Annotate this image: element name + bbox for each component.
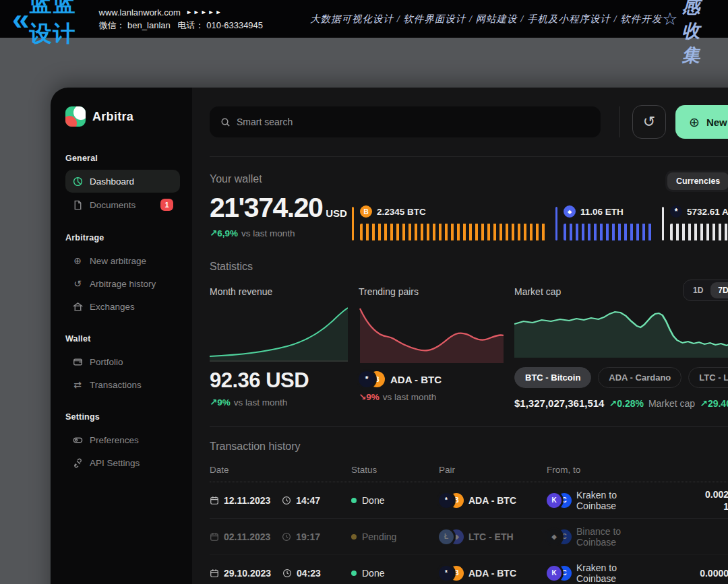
table-row[interactable]: 29.10.2023 04:23 Done * B ADA - BTC K C bbox=[210, 555, 728, 584]
toggle-icon bbox=[72, 434, 83, 445]
wallet-icon bbox=[72, 356, 83, 367]
ada-icon: * bbox=[439, 566, 454, 581]
sidebar-item-documents[interactable]: Documents 1 bbox=[65, 193, 180, 217]
range-7d[interactable]: 7D bbox=[710, 282, 728, 298]
wallet-tabs: Currencies Exchanges bbox=[665, 170, 728, 192]
pill-ltc-litecoin[interactable]: LTC - Litecoin bbox=[688, 367, 728, 388]
search-icon bbox=[220, 117, 231, 127]
phone-label: 电话： 010-63334945 bbox=[178, 20, 263, 30]
nav-section-arbitrage: Arbitrage bbox=[65, 233, 180, 242]
sidebar-item-api-settings[interactable]: API Settings bbox=[65, 451, 180, 474]
calendar-icon bbox=[210, 569, 219, 578]
pie-chart-icon bbox=[72, 176, 83, 187]
status-badge: Pending bbox=[362, 531, 396, 542]
market-cap-card: Market cap 1D 7D 1M BTC - Bitcoin bbox=[514, 286, 728, 409]
arbitra-logo-icon bbox=[65, 106, 86, 127]
amount-cell: 0.002 1 bbox=[655, 488, 728, 513]
plus-circle-icon: ⊕ bbox=[72, 255, 83, 266]
sidebar-item-preferences[interactable]: Preferences bbox=[65, 428, 180, 451]
sidebar-item-transactions[interactable]: ⇄ Transactions bbox=[65, 373, 180, 396]
plus-circle-icon: ⊕ bbox=[689, 115, 700, 130]
holdings-strip: B 2.2345 BTC ◆ 11.06 ETH * 5732.61 ADA bbox=[352, 192, 728, 240]
documents-badge: 1 bbox=[160, 199, 173, 211]
wallet-balance: 21'374.20USD bbox=[210, 192, 352, 224]
sidebar-item-new-arbitrage[interactable]: ⊕ New arbitrage bbox=[65, 249, 180, 272]
topbar: ↺ ⊕ New arbitrage bbox=[210, 105, 728, 139]
sidebar-item-arbitrage-history[interactable]: ↺ Arbitrage history bbox=[65, 272, 180, 295]
ada-bars bbox=[670, 224, 728, 240]
nav-section-settings: Settings bbox=[65, 412, 180, 422]
wallet-change: ↗6,9% vs last month bbox=[210, 228, 352, 238]
topbar-divider bbox=[619, 106, 620, 137]
app-name: Arbitra bbox=[92, 110, 133, 124]
col-fromto: From, to bbox=[547, 465, 655, 475]
eth-icon: ◆ bbox=[564, 205, 576, 218]
sidebar: Arbitra General Dashboard Documents 1 Ar… bbox=[51, 88, 192, 584]
market-cap-value: $1,327,027,361,514 bbox=[514, 397, 604, 409]
promo-banner: « 蓝蓝设计 www.lanlanwork.com ►►►►► 微信： ben_… bbox=[0, 0, 728, 38]
website-link[interactable]: www.lanlanwork.com bbox=[99, 6, 181, 19]
inspiration-collect[interactable]: ☆ 灵感收集 bbox=[662, 0, 716, 67]
calendar-icon bbox=[210, 532, 219, 542]
market-cap-chart bbox=[514, 305, 728, 358]
file-icon bbox=[72, 199, 83, 210]
search-input[interactable] bbox=[237, 117, 590, 127]
arrow-icons: ►►►►► bbox=[186, 6, 223, 19]
month-revenue-change: ↗9% vs last month bbox=[210, 397, 348, 408]
search-bar[interactable] bbox=[210, 106, 601, 137]
trending-pairs-label: Trending pairs bbox=[359, 286, 504, 297]
sidebar-item-exchanges[interactable]: Exchanges bbox=[65, 295, 180, 318]
calendar-icon bbox=[210, 496, 219, 505]
col-pair: Pair bbox=[439, 465, 547, 475]
clock-icon bbox=[282, 532, 291, 542]
transfer-arrows-icon: ⇄ bbox=[72, 379, 83, 390]
table-row[interactable]: 02.11.2023 19:17 Pending Ł ◆ LTC - ETH ◆… bbox=[210, 519, 728, 555]
eth-bars bbox=[564, 224, 654, 240]
col-date: Date bbox=[210, 465, 351, 475]
status-dot-done bbox=[351, 571, 357, 576]
ada-icon: * bbox=[359, 371, 375, 387]
main-content: ↺ ⊕ New arbitrage Your wallet Currencies… bbox=[192, 88, 728, 584]
trending-pairs-chart bbox=[359, 305, 504, 363]
month-revenue-value: 92.36 USD bbox=[210, 368, 348, 393]
month-revenue-chart bbox=[210, 305, 348, 362]
trending-pairs-card: Trending pairs * B ADA - BTC bbox=[359, 286, 504, 409]
month-revenue-label: Month revenue bbox=[210, 286, 348, 297]
holding-btc[interactable]: B 2.2345 BTC bbox=[352, 205, 555, 240]
status-badge: Done bbox=[362, 495, 384, 506]
btc-bars bbox=[360, 224, 547, 240]
range-1d[interactable]: 1D bbox=[686, 282, 710, 298]
market-cap-stats: $1,327,027,361,514 ↗0.28% Market cap ↗29… bbox=[514, 397, 728, 409]
history-button[interactable]: ↺ bbox=[632, 105, 666, 139]
history-icon: ↺ bbox=[72, 278, 83, 289]
trending-pair[interactable]: * B ADA - BTC bbox=[359, 371, 504, 387]
transactions-header: Date Status Pair From, to bbox=[210, 465, 728, 482]
holding-eth[interactable]: ◆ 11.06 ETH bbox=[555, 205, 662, 240]
col-status: Status bbox=[351, 465, 439, 475]
pill-btc-bitcoin[interactable]: BTC - Bitcoin bbox=[514, 367, 591, 388]
wechat-label: 微信： ben_lanlan bbox=[99, 20, 171, 30]
holding-ada[interactable]: * 5732.61 ADA bbox=[662, 205, 728, 240]
divider bbox=[210, 156, 728, 157]
binance-icon: ◆ bbox=[547, 529, 562, 544]
new-arbitrage-button[interactable]: ⊕ New arbitrage bbox=[675, 105, 728, 139]
history-restore-icon: ↺ bbox=[643, 115, 655, 129]
trending-pairs-change: ↘9% vs last month bbox=[359, 391, 504, 402]
currency-label: USD bbox=[326, 207, 347, 219]
clock-icon bbox=[282, 569, 292, 578]
wallet-section-title: Your wallet bbox=[210, 173, 728, 185]
contact-block: www.lanlanwork.com ►►►►► 微信： ben_lanlan … bbox=[99, 6, 264, 32]
kraken-icon: K bbox=[547, 566, 562, 581]
table-row[interactable]: 12.11.2023 14:47 Done * B ADA - BTC K C bbox=[210, 482, 728, 519]
tab-currencies[interactable]: Currencies bbox=[667, 172, 728, 190]
pill-ada-cardano[interactable]: ADA - Cardano bbox=[598, 367, 681, 388]
amount-cell: 0.0000 bbox=[655, 567, 728, 579]
sidebar-item-portfolio[interactable]: Portfolio bbox=[65, 350, 180, 373]
status-badge: Done bbox=[362, 568, 384, 579]
sidebar-item-dashboard[interactable]: Dashboard bbox=[65, 170, 180, 193]
ltc-icon: Ł bbox=[439, 529, 454, 544]
coin-pills: BTC - Bitcoin ADA - Cardano LTC - Liteco… bbox=[514, 367, 728, 388]
collect-label: 灵感收集 bbox=[682, 0, 717, 67]
lanlan-logo-icon: « bbox=[12, 5, 26, 32]
ada-icon: * bbox=[670, 205, 682, 218]
